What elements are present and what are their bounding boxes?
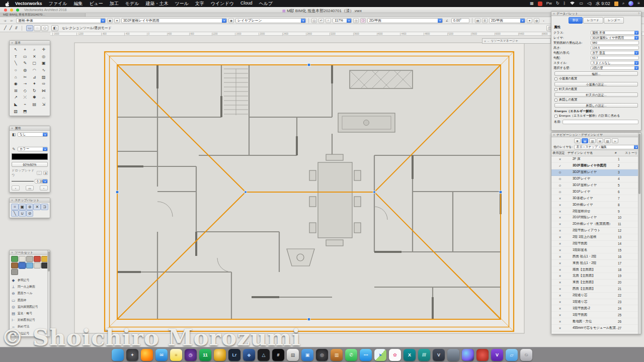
render-mode-dropdown[interactable]: 2D/平面 ▾ [489,18,525,23]
menu-item[interactable]: ビュー [89,1,103,7]
layer-visibility-toggle[interactable]: ✕ [552,294,568,297]
layer-name[interactable]: 北面【立面図】 [568,274,618,278]
toolset-category-icon[interactable] [19,262,26,268]
tool-icon[interactable]: ⤫ [21,94,30,101]
layer-name[interactable]: 1階通り芯 [568,300,618,304]
layer-row[interactable]: ✕ 2D1F間取レイヤ 10 [551,215,641,221]
layer-row[interactable]: ✕ 455mmで芯をモジュール配置… 27 [551,325,641,331]
tool-icon[interactable]: ○ [11,67,21,74]
layer-visibility-toggle[interactable]: ✕ [552,274,568,278]
menu-item[interactable]: モデル [125,1,139,7]
layer-visibility-toggle[interactable]: ✕ [552,268,568,272]
layer-visibility-toggle[interactable]: ✕ [552,248,568,252]
collapse-icon[interactable]: − [488,40,489,43]
tool-icon[interactable]: ◣ [11,101,21,108]
layer-visibility-toggle[interactable]: ✕ [552,261,568,265]
layer-row[interactable]: ✕ 1階平面図 25 [551,312,641,318]
navigation-tab-icon[interactable]: ▥ [589,138,596,143]
palette-header[interactable]: ✕ 属性 [10,126,50,131]
toolset-item[interactable]: ⊢ 対称図形記号 [11,317,50,323]
line-weight-dropdown[interactable]: 0.18 ▾ [35,179,48,184]
rectangle-marquee-mode[interactable]: ▭ [26,25,33,31]
class-options-button[interactable]: ▣ [107,18,113,23]
menubar-clock[interactable]: 水 9:02 [596,1,610,7]
layer-row[interactable]: ✕ 2D外構レイヤ（配置図用） 11 [551,221,641,228]
layer-row[interactable]: ✓ 3D2F屋根レイヤ作図用 2 [551,163,641,169]
oip-tab[interactable]: レコード [583,17,603,24]
layer-row[interactable]: ✕ 1階平面図-2 24 [551,305,641,312]
pen-style-dropdown[interactable]: カラー ▾ [18,147,48,151]
tool-icon[interactable]: ╲ [11,60,21,67]
active-layer-dropdown[interactable]: 3D2F屋根レイヤ作図用 ▾ [121,18,227,23]
red-app-status-icon[interactable] [538,2,542,6]
oip-field-control[interactable]: 屋根-本体 ▾ [591,31,639,35]
snap-toggle-icon[interactable]: ⌗ [11,204,19,210]
next-attr-button[interactable]: › [40,186,48,191]
tool-icon[interactable]: ⌕ [30,46,39,53]
layer-row[interactable]: ✕ 2階平面レイアウト 12 [551,228,641,234]
tool-icon[interactable]: T [11,53,21,60]
dock-lightroom-icon[interactable]: Lr [228,349,240,361]
toolset-item[interactable]: ⊖ 図面ラベル [11,290,50,297]
menu-item[interactable]: Cloud [240,1,253,7]
toolset-item[interactable]: ▤ 室名・略号 [11,310,50,317]
dock-wheel-icon[interactable]: ◎ [316,349,328,361]
palette-header[interactable]: ✕ スナップパレット [10,198,50,203]
column-visibility[interactable]: 表示設定 [552,151,568,155]
layer-visibility-toggle[interactable]: ✕ [552,242,568,245]
dock-photos-icon[interactable]: ✿ [389,349,401,361]
menu-item[interactable]: 加工 [110,1,119,7]
layer-visibility-toggle[interactable]: ✕ [552,326,568,330]
oip-field-control[interactable]: スタイルなし ▾ [591,61,639,65]
dock-books-icon[interactable]: ▥ [331,349,343,361]
toolset-category-icon[interactable] [26,256,33,262]
dock-facetime-icon[interactable]: ✆ [345,349,357,361]
oip-settings-button[interactable]: 小屋裏の設定... [554,82,638,86]
help-icon[interactable]: ? [638,12,639,15]
close-icon[interactable]: ✕ [11,199,13,202]
layer-row[interactable]: ✕ 2階 1階上の屋根 13 [551,234,641,241]
tool-icon[interactable]: ⌁ [21,101,30,108]
layer-name[interactable]: 西面 視点1・2階 [568,254,618,259]
palette-header[interactable]: ✕ ナビゲーション・デザインレイヤ ? [551,133,641,137]
dock-blue-app-icon[interactable]: ◆ [243,349,255,361]
dock-printer-icon[interactable]: ▤ [287,349,299,361]
tool-icon[interactable]: ◎ [39,53,49,60]
palette-header[interactable]: ✕ ツールセット [10,250,50,255]
layer-visibility-toggle[interactable]: ⊙ [552,190,568,194]
palette-header[interactable]: ✕ データパレット ? [551,12,641,16]
layer-visibility-toggle[interactable]: ✕ [552,216,568,219]
tool-icon[interactable]: ∿ [39,67,49,74]
column-layer-name[interactable]: デザインレイヤ名 [568,151,615,155]
tool-icon[interactable]: ⌂ [11,73,21,80]
layer-name[interactable]: 2階平面レイアウト [568,228,618,233]
close-icon[interactable]: ✕ [553,12,555,15]
tool-icon[interactable]: ⇨ [39,80,49,87]
close-icon[interactable]: ✕ [484,40,486,43]
menu-item[interactable]: 文字 [195,1,204,7]
tool-icon[interactable]: ▢ [30,60,39,67]
tool-icon[interactable]: ✦ [30,80,39,87]
dock-v-outline-icon[interactable]: V [433,349,445,361]
layer-name[interactable]: 2階平面図 [568,241,618,246]
tool-icon[interactable]: ◍ [21,67,30,74]
layer-row[interactable]: ✕ 北面【立面図】 19 [551,273,641,280]
layer-visibility-toggle[interactable]: ✕ [552,255,568,258]
toolset-scrollbar[interactable] [47,250,50,336]
layer-visibility-toggle[interactable]: ✕ [552,197,568,200]
layer-visibility-toggle[interactable]: ✕ [552,300,568,304]
menu-item[interactable]: ファイル [49,1,67,7]
close-icon[interactable]: ✕ [553,133,555,136]
navigation-tab-icon[interactable]: ➢ [612,138,618,143]
dock-coin-icon[interactable] [214,349,226,361]
dock-app-icon[interactable] [447,349,459,361]
layer-row[interactable]: ✕ 西面 視点1・2階 16 [551,253,641,260]
toolset-item[interactable]: ◎ 室内展開図記号 [11,304,50,310]
close-icon[interactable]: ✕ [11,41,13,44]
apple-menu-icon[interactable] [4,1,10,7]
layer-row[interactable]: ⊙ 3D1F屋根レイヤ 5 [551,183,641,189]
layer-name[interactable]: 3D1F屋根レイヤ [568,183,618,188]
navigation-tab-icon[interactable]: ▧ [604,138,611,143]
input-source-icon[interactable]: ▦ [530,2,534,6]
dock-prism-icon[interactable]: △ [258,349,270,361]
